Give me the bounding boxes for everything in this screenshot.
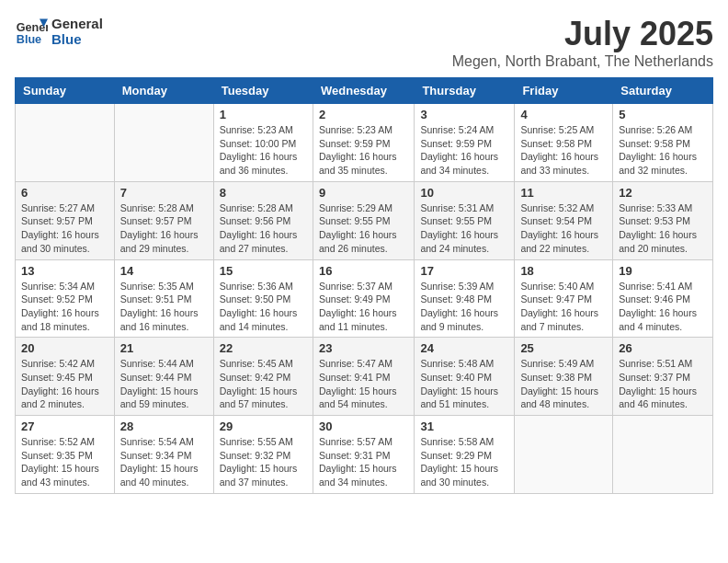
day-cell: 2Sunrise: 5:23 AM Sunset: 9:59 PM Daylig… [313, 104, 414, 182]
day-number: 3 [420, 108, 508, 121]
weekday-header-row: SundayMondayTuesdayWednesdayThursdayFrid… [16, 78, 713, 104]
week-row-4: 20Sunrise: 5:42 AM Sunset: 9:45 PM Dayli… [16, 338, 713, 416]
day-number: 22 [220, 341, 307, 355]
day-info: Sunrise: 5:25 AM Sunset: 9:58 PM Dayligh… [520, 123, 607, 178]
day-cell: 19Sunrise: 5:41 AM Sunset: 9:46 PM Dayli… [613, 259, 713, 338]
day-info: Sunrise: 5:36 AM Sunset: 9:50 PM Dayligh… [220, 280, 307, 334]
day-cell: 9Sunrise: 5:29 AM Sunset: 9:55 PM Daylig… [313, 181, 414, 259]
day-cell: 13Sunrise: 5:34 AM Sunset: 9:52 PM Dayli… [16, 259, 115, 338]
day-number: 11 [520, 186, 607, 200]
day-cell: 1Sunrise: 5:23 AM Sunset: 10:00 PM Dayli… [213, 104, 313, 182]
day-number: 17 [420, 264, 508, 278]
day-number: 28 [120, 419, 208, 433]
day-number: 29 [220, 419, 307, 433]
day-number: 15 [220, 264, 307, 278]
day-info: Sunrise: 5:37 AM Sunset: 9:49 PM Dayligh… [319, 280, 408, 334]
week-row-1: 1Sunrise: 5:23 AM Sunset: 10:00 PM Dayli… [16, 104, 713, 182]
day-number: 9 [319, 186, 408, 200]
day-info: Sunrise: 5:58 AM Sunset: 9:29 PM Dayligh… [420, 435, 508, 489]
day-cell: 14Sunrise: 5:35 AM Sunset: 9:51 PM Dayli… [114, 259, 213, 338]
day-cell: 21Sunrise: 5:44 AM Sunset: 9:44 PM Dayli… [114, 338, 213, 416]
day-info: Sunrise: 5:31 AM Sunset: 9:55 PM Dayligh… [420, 201, 508, 256]
svg-text:Blue: Blue [17, 33, 41, 46]
calendar-body: 1Sunrise: 5:23 AM Sunset: 10:00 PM Dayli… [16, 104, 713, 494]
day-cell: 25Sunrise: 5:49 AM Sunset: 9:38 PM Dayli… [515, 338, 613, 416]
day-number: 21 [120, 341, 208, 355]
weekday-wednesday: Wednesday [313, 78, 414, 104]
day-cell: 23Sunrise: 5:47 AM Sunset: 9:41 PM Dayli… [313, 338, 414, 416]
day-number: 18 [520, 264, 607, 278]
day-number: 5 [619, 108, 707, 121]
day-cell [16, 104, 115, 182]
day-info: Sunrise: 5:24 AM Sunset: 9:59 PM Dayligh… [420, 123, 508, 178]
day-cell: 18Sunrise: 5:40 AM Sunset: 9:47 PM Dayli… [515, 259, 613, 338]
week-row-2: 6Sunrise: 5:27 AM Sunset: 9:57 PM Daylig… [16, 181, 713, 259]
day-info: Sunrise: 5:44 AM Sunset: 9:44 PM Dayligh… [120, 357, 208, 411]
day-cell: 20Sunrise: 5:42 AM Sunset: 9:45 PM Dayli… [16, 338, 115, 416]
weekday-friday: Friday [515, 78, 613, 104]
day-number: 8 [220, 186, 307, 200]
day-number: 7 [120, 186, 208, 200]
day-cell: 17Sunrise: 5:39 AM Sunset: 9:48 PM Dayli… [415, 259, 515, 338]
day-number: 20 [21, 341, 108, 355]
day-info: Sunrise: 5:23 AM Sunset: 9:59 PM Dayligh… [319, 123, 408, 178]
day-cell: 10Sunrise: 5:31 AM Sunset: 9:55 PM Dayli… [415, 181, 515, 259]
day-info: Sunrise: 5:49 AM Sunset: 9:38 PM Dayligh… [520, 357, 607, 411]
day-cell: 30Sunrise: 5:57 AM Sunset: 9:31 PM Dayli… [313, 416, 414, 494]
day-cell [515, 416, 613, 494]
day-number: 27 [21, 419, 108, 433]
day-number: 16 [319, 264, 408, 278]
day-cell: 16Sunrise: 5:37 AM Sunset: 9:49 PM Dayli… [313, 259, 414, 338]
day-number: 12 [619, 186, 707, 200]
day-cell: 28Sunrise: 5:54 AM Sunset: 9:34 PM Dayli… [114, 416, 213, 494]
day-number: 14 [120, 264, 208, 278]
day-number: 2 [319, 108, 408, 121]
day-number: 26 [619, 341, 707, 355]
day-info: Sunrise: 5:45 AM Sunset: 9:42 PM Dayligh… [220, 357, 307, 411]
week-row-3: 13Sunrise: 5:34 AM Sunset: 9:52 PM Dayli… [16, 259, 713, 338]
month-year: July 2025 [452, 15, 713, 53]
day-info: Sunrise: 5:54 AM Sunset: 9:34 PM Dayligh… [120, 435, 208, 489]
day-info: Sunrise: 5:23 AM Sunset: 10:00 PM Daylig… [220, 123, 307, 178]
day-info: Sunrise: 5:48 AM Sunset: 9:40 PM Dayligh… [420, 357, 508, 411]
day-cell [114, 104, 213, 182]
day-cell: 7Sunrise: 5:28 AM Sunset: 9:57 PM Daylig… [114, 181, 213, 259]
day-info: Sunrise: 5:27 AM Sunset: 9:57 PM Dayligh… [21, 201, 108, 256]
location: Megen, North Brabant, The Netherlands [452, 53, 713, 70]
day-cell: 11Sunrise: 5:32 AM Sunset: 9:54 PM Dayli… [515, 181, 613, 259]
day-cell: 4Sunrise: 5:25 AM Sunset: 9:58 PM Daylig… [515, 104, 613, 182]
day-cell: 5Sunrise: 5:26 AM Sunset: 9:58 PM Daylig… [613, 104, 713, 182]
weekday-monday: Monday [114, 78, 213, 104]
weekday-tuesday: Tuesday [213, 78, 313, 104]
logo-line2: Blue [51, 31, 103, 47]
day-number: 24 [420, 341, 508, 355]
day-cell: 22Sunrise: 5:45 AM Sunset: 9:42 PM Dayli… [213, 338, 313, 416]
day-cell: 29Sunrise: 5:55 AM Sunset: 9:32 PM Dayli… [213, 416, 313, 494]
logo: General Blue General Blue [15, 15, 103, 48]
day-number: 6 [21, 186, 108, 200]
logo-icon: General Blue [15, 15, 48, 48]
day-cell: 24Sunrise: 5:48 AM Sunset: 9:40 PM Dayli… [415, 338, 515, 416]
day-number: 31 [420, 419, 508, 433]
day-number: 13 [21, 264, 108, 278]
day-number: 30 [319, 419, 408, 433]
day-info: Sunrise: 5:35 AM Sunset: 9:51 PM Dayligh… [120, 280, 208, 334]
day-cell: 6Sunrise: 5:27 AM Sunset: 9:57 PM Daylig… [16, 181, 115, 259]
day-cell: 31Sunrise: 5:58 AM Sunset: 9:29 PM Dayli… [415, 416, 515, 494]
day-cell: 27Sunrise: 5:52 AM Sunset: 9:35 PM Dayli… [16, 416, 115, 494]
day-info: Sunrise: 5:47 AM Sunset: 9:41 PM Dayligh… [319, 357, 408, 411]
day-cell: 8Sunrise: 5:28 AM Sunset: 9:56 PM Daylig… [213, 181, 313, 259]
day-number: 10 [420, 186, 508, 200]
calendar-table: SundayMondayTuesdayWednesdayThursdayFrid… [15, 77, 713, 494]
day-info: Sunrise: 5:52 AM Sunset: 9:35 PM Dayligh… [21, 435, 108, 489]
day-number: 1 [220, 108, 307, 121]
day-info: Sunrise: 5:28 AM Sunset: 9:57 PM Dayligh… [120, 201, 208, 256]
day-info: Sunrise: 5:42 AM Sunset: 9:45 PM Dayligh… [21, 357, 108, 411]
day-info: Sunrise: 5:34 AM Sunset: 9:52 PM Dayligh… [21, 280, 108, 334]
day-number: 4 [520, 108, 607, 121]
weekday-saturday: Saturday [613, 78, 713, 104]
day-info: Sunrise: 5:39 AM Sunset: 9:48 PM Dayligh… [420, 280, 508, 334]
title-area: July 2025 Megen, North Brabant, The Neth… [452, 15, 713, 70]
day-cell: 12Sunrise: 5:33 AM Sunset: 9:53 PM Dayli… [613, 181, 713, 259]
day-info: Sunrise: 5:26 AM Sunset: 9:58 PM Dayligh… [619, 123, 707, 178]
